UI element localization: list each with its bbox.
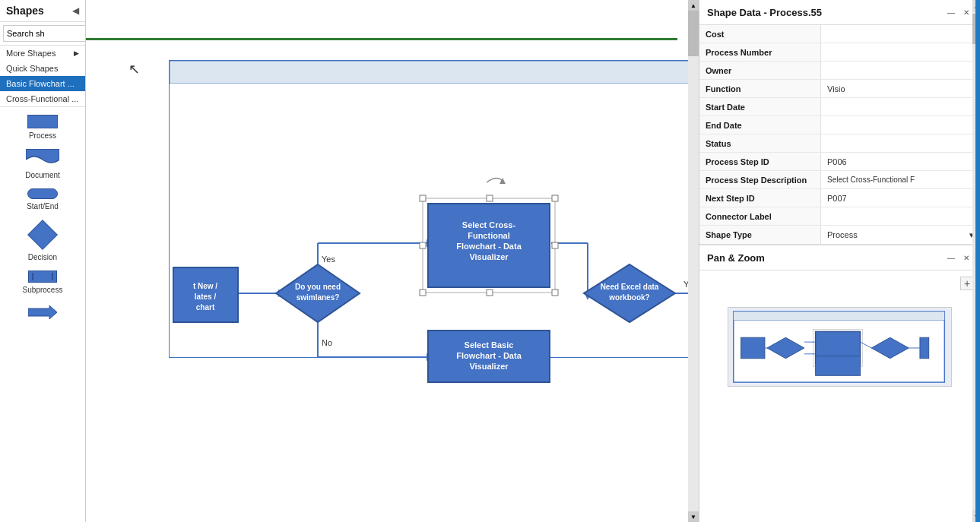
svg-text:Flowchart - Data: Flowchart - Data: [456, 242, 522, 251]
svg-marker-2: [28, 305, 57, 319]
svg-rect-24: [420, 195, 426, 201]
status-label: Status: [699, 134, 821, 152]
svg-rect-29: [487, 289, 493, 296]
shapes-title: Shapes: [6, 5, 44, 17]
sidebar-item-quick-shapes[interactable]: Quick Shapes: [0, 61, 85, 76]
svg-rect-61: [816, 356, 861, 376]
svg-rect-31: [420, 242, 426, 248]
search-bar: ▾: [0, 22, 85, 46]
pan-zoom-minimize-btn[interactable]: —: [945, 252, 957, 264]
canvas-svg: Yes No Yes: [86, 0, 688, 522]
scroll-thumb[interactable]: [688, 11, 699, 56]
shape-item-document[interactable]: Document: [0, 144, 85, 184]
sidebar-item-more-shapes[interactable]: More Shapes ▶: [0, 46, 85, 61]
shape-type-value[interactable]: Process ▾: [821, 226, 980, 244]
svg-rect-26: [552, 195, 558, 201]
end-date-value[interactable]: [821, 116, 980, 134]
decision-label: Decision: [28, 253, 57, 261]
scroll-track[interactable]: [688, 11, 699, 511]
right-panel: Shape Data - Process.55 — ✕ Cost Process…: [699, 0, 980, 522]
next-step-id-value[interactable]: P007: [821, 189, 980, 207]
status-value[interactable]: [821, 134, 980, 152]
scroll-down-btn[interactable]: ▼: [688, 511, 699, 522]
shape-data-table: Cost Process Number Owner Function Visio…: [699, 25, 980, 245]
shape-data-close-btn[interactable]: ✕: [960, 6, 972, 18]
sidebar-item-cross-functional[interactable]: Cross-Functional ...: [0, 91, 85, 106]
flowchart-canvas[interactable]: Yes No Yes: [86, 0, 688, 522]
pan-zoom-header: Pan & Zoom — ✕: [699, 245, 980, 270]
canvas-scrollbar[interactable]: ▲ ▼: [688, 0, 699, 522]
process-step-id-value[interactable]: P006: [821, 153, 980, 170]
data-row-process-step-desc: Process Step Description Select Cross-Fu…: [699, 171, 980, 189]
svg-rect-44: [428, 331, 550, 382]
shape-item-decision[interactable]: Decision: [0, 215, 85, 266]
shape-item-startend[interactable]: Start/End: [0, 184, 85, 215]
data-row-start-date: Start Date: [699, 98, 980, 116]
search-input[interactable]: [3, 25, 86, 42]
shape-item-arrow[interactable]: [0, 299, 85, 329]
shape-item-subprocess[interactable]: Subprocess: [0, 266, 85, 299]
svg-text:lates /: lates /: [195, 293, 217, 301]
shape-data-minimize-btn[interactable]: —: [945, 6, 957, 18]
function-label: Function: [699, 80, 821, 97]
document-shape-icon: [26, 149, 59, 168]
svg-rect-22: [428, 204, 550, 287]
subprocess-label: Subprocess: [23, 286, 63, 294]
start-date-value[interactable]: [821, 98, 980, 115]
data-row-shape-type: Shape Type Process ▾: [699, 226, 980, 244]
data-row-cost: Cost: [699, 25, 980, 43]
svg-text:Visualizer: Visualizer: [469, 252, 509, 261]
canvas-top-line: [86, 38, 677, 40]
svg-rect-25: [487, 195, 493, 201]
process-step-desc-value[interactable]: Select Cross-Functional F: [821, 171, 980, 188]
shape-data-title: Shape Data - Process.55: [707, 7, 822, 18]
svg-rect-63: [920, 337, 929, 358]
more-shapes-label: More Shapes: [6, 49, 56, 58]
process-number-label: Process Number: [699, 43, 821, 61]
subprocess-shape-icon: [28, 270, 57, 283]
connector-label-value[interactable]: [821, 207, 980, 225]
shapes-panel: Shapes ◀ ▾ More Shapes ▶ Quick Shapes Ba…: [0, 0, 86, 522]
svg-text:chart: chart: [196, 303, 215, 312]
svg-text:t New /: t New /: [193, 282, 217, 290]
svg-rect-3: [170, 61, 688, 357]
shape-item-process[interactable]: Process: [0, 110, 85, 144]
process-number-value[interactable]: [821, 43, 980, 61]
function-value[interactable]: Visio: [821, 80, 980, 97]
svg-text:Do you need: Do you need: [295, 283, 341, 291]
shape-data-controls: — ✕: [945, 6, 972, 18]
svg-rect-27: [552, 242, 558, 248]
svg-text:Visualizer: Visualizer: [469, 362, 509, 371]
data-row-next-step-id: Next Step ID P007: [699, 189, 980, 207]
pan-zoom-area[interactable]: +: [699, 270, 980, 522]
shape-type-label: Shape Type: [699, 226, 821, 244]
svg-marker-48: [584, 264, 675, 322]
collapse-arrow-icon[interactable]: ◀: [72, 5, 79, 16]
svg-text:Yes: Yes: [322, 255, 335, 264]
pan-zoom-thumbnail[interactable]: [728, 307, 952, 387]
process-label: Process: [29, 131, 56, 140]
svg-rect-28: [552, 289, 558, 296]
owner-label: Owner: [699, 62, 821, 79]
cost-value[interactable]: [821, 25, 980, 43]
sidebar-item-basic-flowchart[interactable]: Basic Flowchart ...: [0, 76, 85, 91]
data-row-process-step-id: Process Step ID P006: [699, 153, 980, 171]
svg-rect-30: [420, 289, 426, 296]
cursor-indicator: ↖: [128, 61, 140, 78]
canvas-area[interactable]: Yes No Yes: [86, 0, 699, 522]
scroll-up-btn[interactable]: ▲: [688, 0, 699, 11]
document-label: Document: [25, 171, 60, 179]
cross-functional-label: Cross-Functional ...: [6, 94, 78, 103]
svg-rect-23: [423, 198, 555, 293]
svg-text:No: No: [322, 338, 332, 347]
svg-rect-4: [170, 61, 688, 84]
pan-zoom-close-btn[interactable]: ✕: [960, 252, 972, 264]
svg-marker-32: [500, 178, 506, 184]
connector-label-label: Connector Label: [699, 207, 821, 225]
cost-label: Cost: [699, 25, 821, 43]
pan-zoom-title: Pan & Zoom: [707, 252, 765, 264]
owner-value[interactable]: [821, 62, 980, 79]
start-date-label: Start Date: [699, 98, 821, 115]
svg-marker-14: [427, 353, 435, 361]
svg-text:swimlanes?: swimlanes?: [297, 293, 340, 302]
